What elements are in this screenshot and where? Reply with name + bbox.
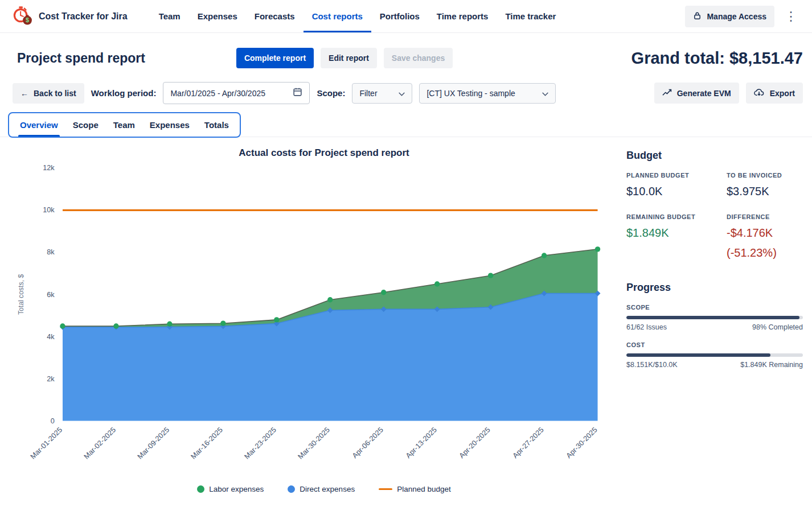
calendar-icon[interactable] xyxy=(293,87,302,99)
tab-overview[interactable]: Overview xyxy=(13,113,65,137)
cost-chart: 02k4k6k8k10k12kTotal costs, $Mar-01-2025… xyxy=(2,159,612,485)
back-to-list-button[interactable]: ← Back to list xyxy=(13,83,84,104)
report-controls: ← Back to list Worklog period: Scope: Fi… xyxy=(0,73,812,109)
svg-text:Apr-06-2025: Apr-06-2025 xyxy=(350,425,385,460)
nav-item-time-reports[interactable]: Time reports xyxy=(428,0,497,32)
generate-evm-label: Generate EVM xyxy=(677,89,731,98)
chart-legend: Labor expenses Direct expenses Planned b… xyxy=(36,485,612,493)
cost-progress-caption: $8.151K/$10.0K $1.849K Remaining xyxy=(626,361,803,369)
nav-item-expenses[interactable]: Expenses xyxy=(189,0,246,32)
budget-stat-to-be-invoiced: TO BE INVOICED $3.975K xyxy=(727,172,803,199)
svg-text:2k: 2k xyxy=(47,374,55,383)
back-arrow-icon: ← xyxy=(20,89,28,98)
svg-text:0: 0 xyxy=(51,417,55,425)
tab-team[interactable]: Team xyxy=(106,113,142,137)
worklog-period-input[interactable] xyxy=(163,82,310,104)
edit-report-button[interactable]: Edit report xyxy=(321,48,377,68)
tab-expenses[interactable]: Expenses xyxy=(142,113,197,137)
stat-value: $1.849K xyxy=(626,225,722,240)
app-logo-icon: $ xyxy=(11,5,33,28)
svg-text:12k: 12k xyxy=(43,163,55,172)
stat-value: $3.975K xyxy=(727,184,803,199)
budget-stat-remaining: REMAINING BUDGET $1.849K xyxy=(626,213,722,260)
tab-totals[interactable]: Totals xyxy=(197,113,236,137)
budget-heading: Budget xyxy=(626,150,803,162)
tab-scope[interactable]: Scope xyxy=(65,113,106,137)
svg-text:8k: 8k xyxy=(47,248,55,256)
svg-text:Mar-02-2025: Mar-02-2025 xyxy=(82,425,117,460)
chart-section: Actual costs for Project spend report 02… xyxy=(0,137,612,502)
save-changes-button[interactable]: Save changes xyxy=(384,48,453,68)
main-content: Actual costs for Project spend report 02… xyxy=(0,137,812,502)
nav-item-time-tracker[interactable]: Time tracker xyxy=(497,0,564,32)
svg-text:6k: 6k xyxy=(47,290,55,299)
nav-item-cost-reports[interactable]: Cost reports xyxy=(304,0,371,32)
stat-value: -$4.176K xyxy=(727,225,803,240)
svg-text:Apr-20-2025: Apr-20-2025 xyxy=(457,425,492,460)
nav-item-portfolios[interactable]: Portfolios xyxy=(371,0,428,32)
budget-grid: PLANNED BUDGET $10.0K TO BE INVOICED $3.… xyxy=(626,172,803,260)
top-navigation: $ Cost Tracker for Jira Team Expenses Fo… xyxy=(0,0,812,33)
tabs-highlight-box: Overview Scope Team Expenses Totals xyxy=(8,112,241,138)
page-title: Project spend report xyxy=(17,51,145,66)
svg-text:Apr-13-2025: Apr-13-2025 xyxy=(404,425,438,460)
progress-section: Progress SCOPE 61/62 Issues 98% Complete… xyxy=(626,282,803,369)
direct-expenses-swatch-icon xyxy=(288,485,295,493)
stat-label: DIFFERENCE xyxy=(727,213,803,220)
scope-progress-right: 98% Completed xyxy=(752,323,803,331)
report-header: Project spend report Complete report Edi… xyxy=(0,33,812,73)
export-button[interactable]: Export xyxy=(746,83,803,104)
scope-progress-caption: 61/62 Issues 98% Completed xyxy=(626,323,803,331)
manage-access-label: Manage Access xyxy=(707,12,766,21)
scope-progress-label: SCOPE xyxy=(626,304,803,311)
nav-item-team[interactable]: Team xyxy=(150,0,189,32)
nav-item-forecasts[interactable]: Forecasts xyxy=(246,0,304,32)
manage-access-button[interactable]: Manage Access xyxy=(685,6,774,27)
scope-progress-bar xyxy=(626,316,803,319)
worklog-period-value[interactable] xyxy=(170,89,287,98)
svg-text:4k: 4k xyxy=(47,332,55,341)
legend-item-direct-expenses[interactable]: Direct expenses xyxy=(288,485,355,493)
svg-text:Mar-30-2025: Mar-30-2025 xyxy=(296,425,331,460)
svg-text:Mar-23-2025: Mar-23-2025 xyxy=(243,425,278,460)
scope-filter-select[interactable]: Filter xyxy=(352,83,412,104)
progress-heading: Progress xyxy=(626,282,803,294)
nav-right-actions: Manage Access ⋮ xyxy=(685,6,803,27)
legend-label-labor: Labor expenses xyxy=(209,485,264,493)
planned-budget-swatch-icon xyxy=(379,488,392,490)
svg-text:10k: 10k xyxy=(43,205,55,214)
stat-label: TO BE INVOICED xyxy=(727,172,803,179)
lock-icon xyxy=(693,11,702,22)
project-select[interactable]: [CT] UX Testing - sample xyxy=(419,83,556,104)
export-cloud-icon xyxy=(754,88,765,98)
summary-panel: Budget PLANNED BUDGET $10.0K TO BE INVOI… xyxy=(612,137,812,369)
app-brand: $ Cost Tracker for Jira xyxy=(11,5,128,28)
export-label: Export xyxy=(770,89,795,98)
generate-evm-button[interactable]: Generate EVM xyxy=(654,83,739,104)
stat-value: $10.0K xyxy=(626,184,722,199)
scope-label: Scope: xyxy=(317,88,345,98)
tabs-row: Overview Scope Team Expenses Totals xyxy=(0,109,812,137)
more-options-button[interactable]: ⋮ xyxy=(779,9,803,24)
cost-progress-bar xyxy=(626,353,803,357)
cost-progress-right: $1.849K Remaining xyxy=(740,361,803,369)
stat-label: PLANNED BUDGET xyxy=(626,172,722,179)
legend-label-planned: Planned budget xyxy=(397,485,451,493)
svg-text:Apr-27-2025: Apr-27-2025 xyxy=(511,425,546,460)
scope-progress-fill xyxy=(626,316,799,319)
project-select-value: [CT] UX Testing - sample xyxy=(426,89,515,98)
cost-progress-left: $8.151K/$10.0K xyxy=(626,361,678,369)
svg-text:Mar-16-2025: Mar-16-2025 xyxy=(189,425,224,460)
svg-text:Mar-09-2025: Mar-09-2025 xyxy=(136,425,171,460)
cost-progress-label: COST xyxy=(626,341,803,348)
scope-filter-value: Filter xyxy=(359,89,377,98)
cost-progress-fill xyxy=(626,353,770,357)
budget-stat-planned: PLANNED BUDGET $10.0K xyxy=(626,172,722,199)
svg-text:Mar-01-2025: Mar-01-2025 xyxy=(28,425,64,460)
legend-item-labor-expenses[interactable]: Labor expenses xyxy=(197,485,264,493)
complete-report-button[interactable]: Complete report xyxy=(236,48,314,68)
app-title: Cost Tracker for Jira xyxy=(39,11,128,22)
legend-item-planned-budget[interactable]: Planned budget xyxy=(379,485,451,493)
chevron-down-icon xyxy=(542,89,548,98)
evm-chart-icon xyxy=(662,88,672,98)
